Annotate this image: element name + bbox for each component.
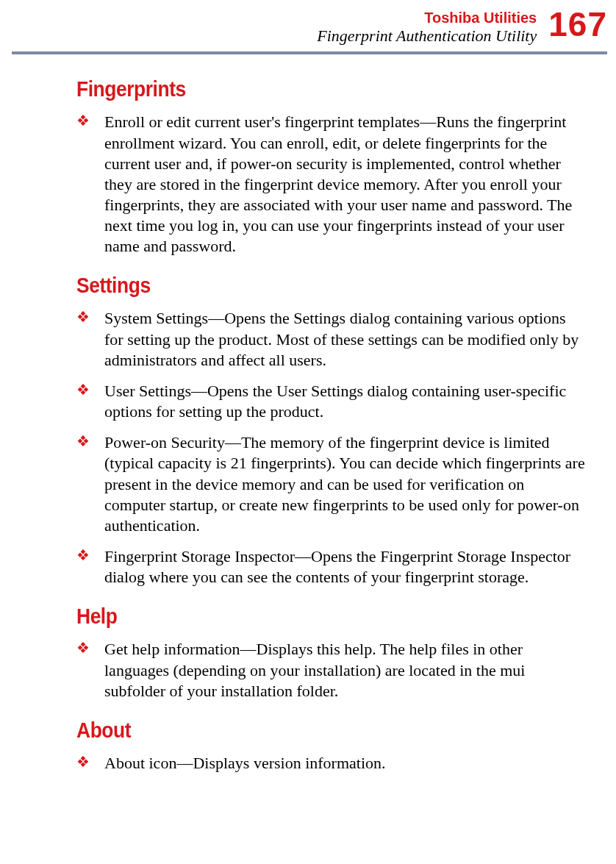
page-number: 167 bbox=[548, 7, 607, 41]
diamond-bullet-icon: ❖ bbox=[76, 753, 91, 771]
section-heading-settings: Settings bbox=[76, 273, 526, 298]
list-item-text: About icon—Displays version information. bbox=[104, 753, 386, 774]
list-item: ❖ About icon—Displays version informatio… bbox=[76, 753, 587, 774]
page-header: Toshiba Utilities Fingerprint Authentica… bbox=[0, 7, 616, 46]
page-content: Fingerprints ❖ Enroll or edit current us… bbox=[0, 54, 616, 774]
list-item: ❖ Power-on Security—The memory of the fi… bbox=[76, 432, 587, 536]
header-chapter-title: Toshiba Utilities bbox=[317, 9, 537, 26]
section-heading-fingerprints: Fingerprints bbox=[76, 76, 526, 101]
list-item-text: User Settings—Opens the User Settings di… bbox=[104, 381, 587, 422]
diamond-bullet-icon: ❖ bbox=[76, 639, 91, 657]
list-item-text: Power-on Security—The memory of the fing… bbox=[104, 432, 587, 536]
header-text-block: Toshiba Utilities Fingerprint Authentica… bbox=[317, 7, 537, 46]
fingerprints-list: ❖ Enroll or edit current user's fingerpr… bbox=[76, 112, 587, 257]
list-item: ❖ Enroll or edit current user's fingerpr… bbox=[76, 112, 587, 257]
list-item-text: System Settings—Opens the Settings dialo… bbox=[104, 308, 587, 370]
settings-list: ❖ System Settings—Opens the Settings dia… bbox=[76, 308, 587, 588]
diamond-bullet-icon: ❖ bbox=[76, 432, 91, 450]
diamond-bullet-icon: ❖ bbox=[76, 546, 91, 564]
about-list: ❖ About icon—Displays version informatio… bbox=[76, 753, 587, 774]
list-item-text: Get help information—Displays this help.… bbox=[104, 639, 587, 701]
diamond-bullet-icon: ❖ bbox=[76, 308, 91, 326]
diamond-bullet-icon: ❖ bbox=[76, 381, 91, 399]
list-item-text: Fingerprint Storage Inspector—Opens the … bbox=[104, 546, 587, 588]
help-list: ❖ Get help information—Displays this hel… bbox=[76, 639, 587, 701]
section-heading-about: About bbox=[76, 718, 526, 743]
list-item-text: Enroll or edit current user's fingerprin… bbox=[104, 112, 587, 257]
section-heading-help: Help bbox=[76, 604, 526, 629]
diamond-bullet-icon: ❖ bbox=[76, 112, 91, 129]
list-item: ❖ System Settings—Opens the Settings dia… bbox=[76, 308, 587, 370]
list-item: ❖ Fingerprint Storage Inspector—Opens th… bbox=[76, 546, 587, 588]
header-subtitle: Fingerprint Authentication Utility bbox=[317, 26, 537, 46]
list-item: ❖ Get help information—Displays this hel… bbox=[76, 639, 587, 701]
list-item: ❖ User Settings—Opens the User Settings … bbox=[76, 381, 587, 422]
